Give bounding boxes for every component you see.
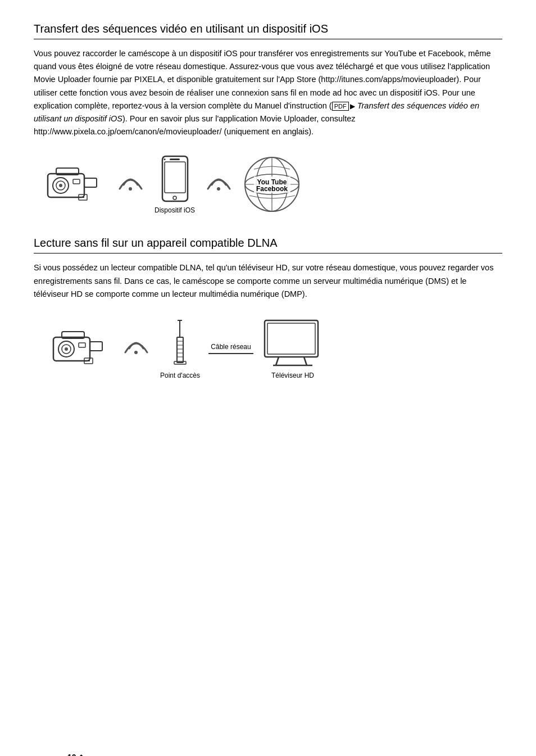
svg-point-27 [65, 347, 68, 351]
svg-point-9 [129, 187, 132, 191]
section1-diagram: Dispositif iOS [34, 155, 502, 214]
section2-divider [34, 253, 502, 253]
wifi-waves-2 [206, 168, 231, 202]
access-point-item: Point d'accès [160, 318, 200, 379]
cable-label: Câble réseau [211, 343, 251, 351]
svg-point-3 [59, 184, 62, 187]
tv-icon [262, 318, 324, 368]
section2-title: Lecture sans fil sur un appareil compati… [34, 237, 502, 250]
svg-rect-5 [84, 178, 97, 187]
access-label: Point d'accès [160, 372, 200, 379]
section2-diagram: Point d'accès Câble réseau [34, 318, 502, 379]
camcorder-icon [45, 162, 107, 207]
ios-device-item: Dispositif iOS [155, 155, 195, 214]
svg-point-33 [134, 351, 138, 354]
globe-item: You Tube Facebook [243, 155, 302, 214]
wifi-waves-1 [118, 168, 143, 202]
svg-rect-8 [73, 179, 80, 184]
globe-container: You Tube Facebook [243, 155, 302, 214]
svg-rect-10 [162, 156, 188, 201]
pdf-icon: PDF [332, 102, 349, 111]
globe-icon: You Tube Facebook [243, 155, 302, 214]
svg-rect-44 [267, 323, 315, 354]
wifi-icon-1 [118, 168, 143, 202]
camcorder2-icon [51, 326, 112, 371]
svg-line-45 [276, 357, 279, 365]
svg-rect-13 [170, 159, 180, 160]
svg-text:Facebook: Facebook [256, 185, 288, 193]
svg-point-15 [217, 187, 220, 191]
svg-rect-29 [90, 342, 102, 351]
svg-rect-43 [265, 320, 318, 357]
camcorder-item [45, 162, 107, 207]
section1-body: Vous pouvez raccorder le caméscope à un … [34, 47, 502, 138]
cable-line-graphic [208, 353, 253, 354]
access-point-icon [167, 318, 193, 368]
wifi-icon-2 [206, 168, 231, 202]
camcorder2-item [51, 326, 112, 371]
svg-point-14 [163, 159, 165, 160]
svg-rect-32 [79, 343, 85, 347]
page-number: 10 ◆ [67, 753, 84, 756]
svg-line-46 [304, 357, 307, 365]
wifi-icon-dlna [124, 332, 149, 365]
svg-point-12 [173, 196, 176, 200]
cable-item: Câble réseau [208, 343, 253, 354]
wifi-waves-dlna [124, 332, 149, 365]
svg-rect-11 [165, 162, 185, 193]
section1-divider [34, 39, 502, 39]
ios-device-icon [160, 155, 190, 203]
tv-item: Téléviseur HD [262, 318, 324, 379]
section1-title: Transfert des séquences vidéo en utilisa… [34, 22, 502, 35]
ios-label: Dispositif iOS [155, 206, 195, 214]
section2-body: Si vous possédez un lecteur compatible D… [34, 261, 502, 301]
tv-label: Téléviseur HD [271, 372, 314, 379]
